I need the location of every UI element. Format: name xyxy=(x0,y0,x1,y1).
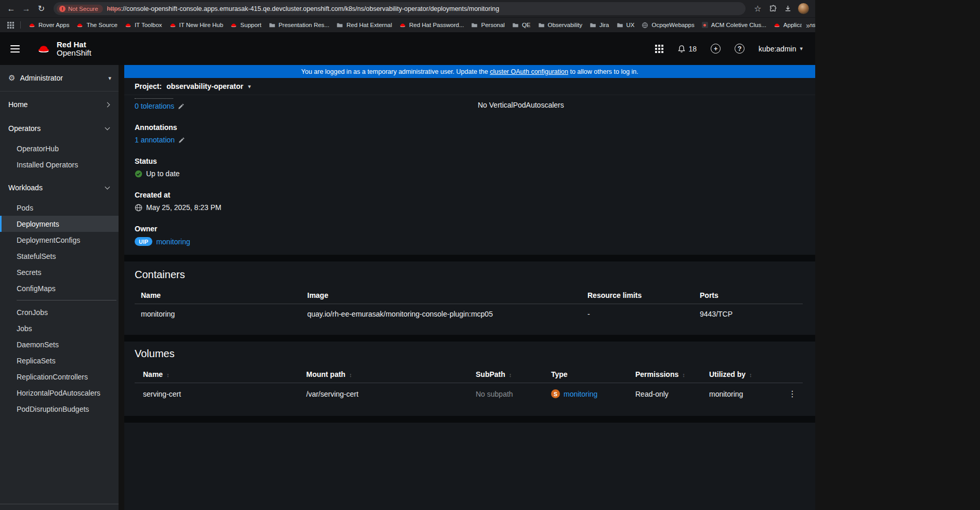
reload-icon[interactable]: ↻ xyxy=(34,2,48,16)
chevron-down-icon: ▾ xyxy=(800,45,803,52)
project-label: Project: xyxy=(135,82,162,90)
bookmark-item[interactable]: QE xyxy=(509,20,534,30)
bookmark-item[interactable]: The Source xyxy=(73,20,120,30)
bookmark-item[interactable]: IT Toolbox xyxy=(122,20,165,30)
bookmark-item[interactable]: Personal xyxy=(468,20,507,30)
user-menu[interactable]: kube:admin ▾ xyxy=(759,45,803,53)
masthead-actions: 18 + ? kube:admin ▾ xyxy=(655,44,807,54)
sort-icon[interactable]: ↕ xyxy=(749,372,752,378)
volume-type-link[interactable]: monitoring xyxy=(564,390,597,398)
sort-icon[interactable]: ↕ xyxy=(509,372,512,378)
profile-avatar[interactable] xyxy=(798,3,809,14)
col-header-name[interactable]: Name↕ xyxy=(135,366,298,383)
bookmark-item[interactable]: Red Hat External xyxy=(333,20,395,30)
forward-icon[interactable]: → xyxy=(19,2,33,16)
vpa-empty-text: No VerticalPodAutoscalers xyxy=(478,101,564,109)
containers-table: Name Image Resource limits Ports monitor… xyxy=(135,287,803,324)
sidebar-item-secrets[interactable]: Secrets xyxy=(0,264,119,280)
volume-type: S monitoring xyxy=(543,383,627,405)
sidebar-item-cronjobs[interactable]: CronJobs xyxy=(0,304,119,320)
globe-favicon xyxy=(642,22,648,29)
oauth-config-link[interactable]: cluster OAuth configuration xyxy=(490,68,568,75)
sidebar-item-operators[interactable]: Operators xyxy=(0,116,119,140)
col-header-mount-path[interactable]: Mount path↕ xyxy=(298,366,467,383)
bookmark-item[interactable]: Rover Apps xyxy=(25,20,72,30)
bookmark-item[interactable]: UX xyxy=(613,20,638,30)
sidebar-item-daemonsets[interactable]: DaemonSets xyxy=(0,336,119,352)
address-bar[interactable]: ! Not Secure https://console-openshift-c… xyxy=(54,2,746,15)
containers-header-row: Name Image Resource limits Ports xyxy=(135,287,803,304)
banner-text-after: to allow others to log in. xyxy=(568,68,638,75)
masthead: Red Hat OpenShift 18 + ? kube:admin ▾ xyxy=(0,32,815,65)
bookmark-item[interactable]: OcpqeWebapps xyxy=(638,20,697,30)
col-header-subpath[interactable]: SubPath↕ xyxy=(467,366,543,383)
edit-pencil-icon[interactable] xyxy=(178,137,185,143)
url-rest: ://console-openshift-console.apps.emuras… xyxy=(121,5,499,12)
download-icon[interactable] xyxy=(781,2,795,16)
details-right-column: No VerticalPodAutoscalers xyxy=(478,98,803,246)
col-header-type: Type xyxy=(543,366,627,383)
sort-icon[interactable]: ↕ xyxy=(682,372,685,378)
perspective-switcher[interactable]: ⚙ Administrator ▾ xyxy=(0,65,119,91)
sidebar-item-workloads[interactable]: Workloads xyxy=(0,176,119,200)
col-header-permissions[interactable]: Permissions↕ xyxy=(627,366,701,383)
col-header-utilized-by[interactable]: Utilized by↕ xyxy=(701,366,780,383)
sidebar-item-replicasets[interactable]: ReplicaSets xyxy=(0,352,119,369)
bookmark-item[interactable]: Red Hat Password... xyxy=(396,20,467,30)
edit-pencil-icon[interactable] xyxy=(178,103,185,110)
add-icon[interactable]: + xyxy=(711,44,721,54)
main-content: You are logged in as a temporary adminis… xyxy=(124,65,815,510)
bookmark-item[interactable]: Support xyxy=(227,20,264,30)
bookmark-item[interactable]: IT New Hire Hub xyxy=(166,20,227,30)
sidebar-item-horizontalpodautoscalers[interactable]: HorizontalPodAutoscalers xyxy=(0,385,119,401)
extensions-icon[interactable] xyxy=(766,2,780,16)
project-value[interactable]: observability-operator xyxy=(166,82,243,90)
tolerations-link[interactable]: 0 tolerations xyxy=(135,102,174,110)
sidebar-item-home[interactable]: Home xyxy=(0,93,119,116)
volume-subpath: No subpath xyxy=(467,383,543,405)
bookmark-label: UX xyxy=(626,22,635,28)
bookmark-item[interactable]: Jira xyxy=(586,20,612,30)
sidebar-item-statefulsets[interactable]: StatefulSets xyxy=(0,248,119,264)
owner-link[interactable]: monitoring xyxy=(156,238,190,246)
sidebar-item-jobs[interactable]: Jobs xyxy=(0,320,119,336)
bookmark-item[interactable]: Observability xyxy=(535,20,585,30)
container-ports: 9443/TCP xyxy=(694,304,803,324)
sidebar-item-installed-operators[interactable]: Installed Operators xyxy=(0,156,119,173)
sidebar-item-poddisruptionbudgets[interactable]: PodDisruptionBudgets xyxy=(0,401,119,417)
bell-icon xyxy=(677,45,686,53)
browser-toolbar: ← → ↻ ! Not Secure https://console-opens… xyxy=(0,0,815,17)
redhat-favicon xyxy=(76,22,83,29)
bookmarks-overflow-icon[interactable]: » xyxy=(802,18,810,32)
annotations-link[interactable]: 1 annotation xyxy=(135,136,175,144)
app-launcher-icon[interactable] xyxy=(655,45,663,53)
kebab-menu-icon[interactable]: ⋮ xyxy=(780,383,803,405)
sidebar-item-pods[interactable]: Pods xyxy=(0,200,119,216)
back-icon[interactable]: ← xyxy=(4,2,18,16)
sort-icon[interactable]: ↕ xyxy=(166,372,169,378)
annotations-label: Annotations xyxy=(135,123,478,132)
sidebar-bottom-divider xyxy=(0,504,119,504)
bookmarks-separator xyxy=(20,21,21,29)
sidebar-item-configmaps[interactable]: ConfigMaps xyxy=(0,280,119,296)
sidebar-item-operatorhub[interactable]: OperatorHub xyxy=(0,140,119,156)
sort-icon[interactable]: ↕ xyxy=(349,372,352,378)
sidebar-item-deployments[interactable]: Deployments xyxy=(0,216,119,232)
bookmark-item[interactable]: Presentation Res... xyxy=(266,20,333,30)
chevron-down-icon[interactable]: ▾ xyxy=(248,83,251,90)
security-chip[interactable]: ! Not Secure xyxy=(57,5,103,13)
menu-toggle-icon[interactable] xyxy=(10,40,28,58)
help-icon[interactable]: ? xyxy=(735,44,744,54)
apps-grid-icon[interactable] xyxy=(5,20,16,30)
notifications-button[interactable]: 18 xyxy=(677,45,697,53)
brand-logo[interactable]: Red Hat OpenShift xyxy=(35,41,92,57)
bookmark-item[interactable]: ACM Coletive Clus... xyxy=(699,20,769,30)
bookmark-label: OcpqeWebapps xyxy=(651,22,694,28)
volumes-section: Volumes Name↕ Mount path↕ SubPath↕ Type … xyxy=(124,342,815,416)
sidebar-item-replicationcontrollers[interactable]: ReplicationControllers xyxy=(0,369,119,385)
bookmark-star-icon[interactable]: ☆ xyxy=(751,2,765,16)
sidebar-item-deploymentconfigs[interactable]: DeploymentConfigs xyxy=(0,232,119,248)
col-header-image: Image xyxy=(301,287,581,304)
not-secure-icon: ! xyxy=(59,6,66,12)
section-gap xyxy=(124,335,815,342)
